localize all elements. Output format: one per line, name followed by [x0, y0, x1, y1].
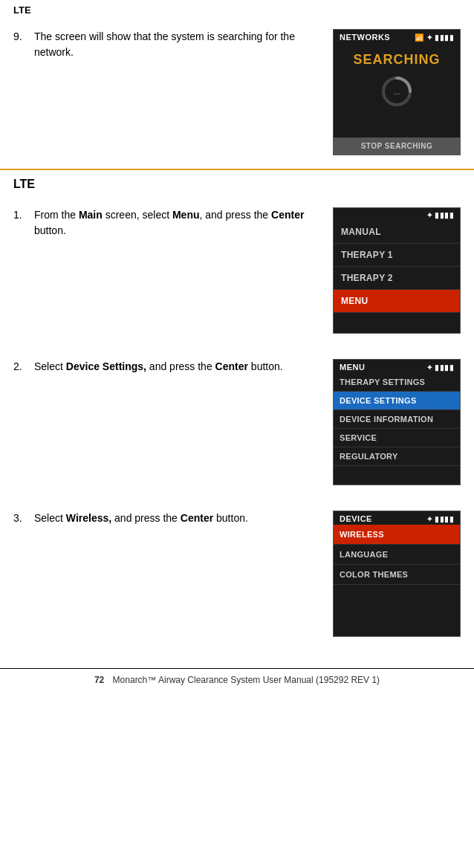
- devset-item-therapy[interactable]: THERAPY SETTINGS: [334, 373, 460, 392]
- devset-item-info[interactable]: DEVICE INFORMATION: [334, 410, 460, 429]
- page-container: LTE 9. The screen will show that the sys…: [0, 0, 474, 868]
- step3-wireless-bold: Wireless,: [66, 512, 111, 524]
- networks-header-label: NETWORKS: [340, 33, 390, 42]
- bluetooth-icon: ✦: [426, 33, 433, 42]
- step3-after: and press the: [111, 512, 181, 524]
- devset-item-device[interactable]: DEVICE SETTINGS: [334, 392, 460, 410]
- menu1-body: MANUAL THERAPY 1 THERAPY 2 MENU: [334, 221, 460, 333]
- menu-screen-1: ✦ ▮▮▮▮ MANUAL THERAPY 1 THERAPY 2 MENU: [333, 207, 461, 334]
- step1-menu-bold: Menu: [172, 209, 200, 221]
- step1-row: 1. From the Main screen, select Menu, an…: [0, 195, 474, 347]
- step9-number: 9.: [13, 29, 30, 60]
- step3-center-bold: Center: [181, 512, 213, 524]
- step1-end: button.: [34, 224, 66, 236]
- step3-end: button.: [213, 512, 248, 524]
- wifi-icon: 📶: [415, 33, 424, 42]
- step2-device-bold: Device Settings,: [66, 360, 146, 372]
- dev3-item-wireless[interactable]: WIRELESS: [334, 525, 460, 545]
- dev3-item-colorthemes[interactable]: COLOR THEMES: [334, 565, 460, 585]
- step3-prefix: Select: [34, 512, 66, 524]
- devset-header-label: MENU: [340, 363, 365, 372]
- step1-main-bold: Main: [79, 209, 103, 221]
- bottom-bar: 72 Monarch™ Airway Clearance System User…: [0, 668, 474, 691]
- dev3-item-language[interactable]: LANGUAGE: [334, 545, 460, 565]
- networks-screen: NETWORKS 📶 ✦ ▮▮▮▮ SEARCHING ...: [333, 29, 461, 155]
- menu-item-menu[interactable]: MENU: [334, 290, 460, 313]
- step1-after: , and press the: [200, 209, 272, 221]
- step2-number: 2.: [13, 359, 30, 375]
- battery-icon: ▮▮▮▮: [435, 33, 454, 42]
- step1-middle: screen, select: [103, 209, 172, 221]
- searching-text: SEARCHING: [334, 43, 460, 71]
- top-lte-label: LTE: [0, 0, 474, 17]
- step3-number: 3.: [13, 511, 30, 526]
- devset-item-service[interactable]: SERVICE: [334, 429, 460, 447]
- devset-body: THERAPY SETTINGS DEVICE SETTINGS DEVICE …: [334, 373, 460, 485]
- step2-center-bold: Center: [215, 360, 248, 372]
- step3-row: 3. Select Wireless, and press the Center…: [0, 499, 474, 650]
- dev3-header-label: DEVICE: [340, 514, 372, 523]
- battery-icon-3: ▮▮▮▮: [435, 515, 454, 523]
- step9-description: The screen will show that the system is …: [34, 29, 319, 60]
- bluetooth-icon-1: ✦: [426, 211, 433, 219]
- spinner-dots: ...: [393, 87, 400, 96]
- step2-description: Select Device Settings, and press the Ce…: [34, 359, 283, 375]
- dev3-header-icons: ✦ ▮▮▮▮: [426, 515, 455, 523]
- bottom-bar-text: 72 Monarch™ Airway Clearance System User…: [94, 675, 380, 685]
- step3-text: 3. Select Wireless, and press the Center…: [13, 511, 319, 526]
- battery-icon-2: ▮▮▮▮: [435, 363, 454, 372]
- step2-after: and press the: [146, 360, 215, 372]
- device-settings-screen: MENU ✦ ▮▮▮▮ THERAPY SETTINGS DEVICE SETT…: [333, 359, 461, 485]
- step2-end: button.: [248, 360, 283, 372]
- devset-header: MENU ✦ ▮▮▮▮: [334, 360, 460, 373]
- footer-text: Monarch™ Airway Clearance System User Ma…: [113, 675, 380, 685]
- menu1-header-icons: ✦ ▮▮▮▮: [426, 211, 455, 219]
- step1-center-bold: Center: [271, 209, 304, 221]
- step1-description: From the Main screen, select Menu, and p…: [34, 207, 319, 239]
- lte-section-heading: LTE: [0, 170, 474, 195]
- step3-description: Select Wireless, and press the Center bu…: [34, 511, 248, 526]
- networks-body: SEARCHING ... STOP SEARCHING: [334, 43, 460, 155]
- step1-text: 1. From the Main screen, select Menu, an…: [13, 207, 319, 239]
- top-lte-text: LTE: [13, 4, 31, 16]
- dev3-body: WIRELESS LANGUAGE COLOR THEMES: [334, 525, 460, 636]
- stop-searching-btn[interactable]: STOP SEARCHING: [334, 137, 460, 155]
- step9-text: 9. The screen will show that the system …: [13, 29, 319, 60]
- page-number: 72: [94, 675, 104, 685]
- battery-icon-1: ▮▮▮▮: [435, 211, 454, 219]
- step2-row: 2. Select Device Settings, and press the…: [0, 347, 474, 499]
- bluetooth-icon-3: ✦: [426, 515, 433, 523]
- devset-header-icons: ✦ ▮▮▮▮: [426, 363, 455, 372]
- bluetooth-icon-2: ✦: [426, 363, 433, 372]
- step2-text: 2. Select Device Settings, and press the…: [13, 359, 319, 375]
- spinner-area: ...: [334, 71, 460, 111]
- dev3-header: DEVICE ✦ ▮▮▮▮: [334, 511, 460, 525]
- menu-item-manual[interactable]: MANUAL: [334, 221, 460, 244]
- step1-prefix: From the: [34, 209, 79, 221]
- device-screen-3: DEVICE ✦ ▮▮▮▮ WIRELESS LANGUAGE COLOR TH…: [333, 511, 461, 637]
- step2-prefix: Select: [34, 360, 66, 372]
- menu-item-therapy1[interactable]: THERAPY 1: [334, 244, 460, 267]
- lte-heading-text: LTE: [13, 178, 35, 190]
- devset-item-regulatory[interactable]: REGULATORY: [334, 447, 460, 466]
- networks-header: NETWORKS 📶 ✦ ▮▮▮▮: [334, 30, 460, 43]
- menu-item-therapy2[interactable]: THERAPY 2: [334, 267, 460, 290]
- networks-header-icons: 📶 ✦ ▮▮▮▮: [415, 33, 454, 42]
- step9-row: 9. The screen will show that the system …: [0, 17, 474, 169]
- menu1-header: ✦ ▮▮▮▮: [334, 208, 460, 221]
- step1-number: 1.: [13, 207, 30, 239]
